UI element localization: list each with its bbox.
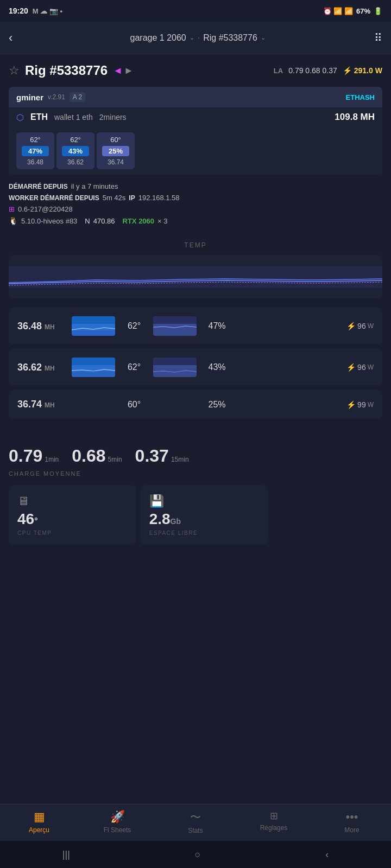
- nav-stats[interactable]: 〜 Stats: [168, 810, 223, 834]
- lightning-icon: ⚡: [343, 66, 352, 75]
- nav-reglages[interactable]: ⊞ Réglages: [247, 810, 301, 834]
- algo-a-label: A 2: [70, 92, 85, 102]
- gpu0-detail-fan: 47%: [202, 321, 232, 331]
- load-1min-val: 0.79: [9, 446, 42, 466]
- gpu-detail-row-1[interactable]: 36.62 MH 62° 43% ⚡ 96 W: [9, 349, 382, 386]
- info-section: DÉMARRÉ DEPUIS il y a 7 minutes WORKER D…: [9, 182, 382, 225]
- cpu-icon: 🖥: [17, 494, 128, 508]
- gpu1-fan-svg: [153, 358, 197, 377]
- svg-rect-4: [153, 316, 197, 336]
- worker-label: WORKER DÉMARRÉ DEPUIS: [9, 194, 99, 202]
- temp-section: TEMP 36.48 MH: [9, 241, 382, 419]
- gpu0-hash: 36.48: [22, 158, 49, 166]
- arrow-buttons: ◄ ►: [113, 65, 134, 76]
- miner-card: gminer v.2.91 A 2 ETHASH ⬡ ETH wallet 1 …: [9, 87, 382, 175]
- nav-apercu[interactable]: ▦ Aperçu: [12, 810, 66, 834]
- hashrate-total: 109.8 MH: [335, 112, 375, 123]
- gpu0-fan: 47%: [22, 146, 49, 156]
- load-15min-val: 0.37: [135, 446, 169, 466]
- svg-rect-3: [72, 330, 115, 336]
- load-1min: 0.79 1min: [9, 446, 59, 466]
- gpu-detail-row-0[interactable]: 36.48 MH 62° 47% ⚡ 96 W: [9, 308, 382, 344]
- load-section: 0.79 1min 0.68 5min 0.37 15min CHARGE MO…: [9, 435, 382, 550]
- miner-header: gminer v.2.91 A 2 ETHASH: [9, 87, 382, 107]
- reglages-icon: ⊞: [270, 810, 278, 822]
- n-label: N: [85, 217, 90, 225]
- android-nav: ||| ○ ‹: [0, 841, 391, 868]
- power-unit: W: [375, 66, 382, 75]
- more-label: More: [344, 826, 359, 834]
- free-space-card: 💾 2.8Gb ESPACE LIBRE: [141, 486, 268, 545]
- svg-rect-6: [72, 371, 115, 377]
- temp-chart-svg: [9, 256, 382, 299]
- rig-stats: LA 0.79 0.68 0.37 ⚡ 291.0 W: [274, 66, 382, 75]
- grid-menu-icon[interactable]: ⠿: [374, 31, 382, 44]
- gpu-grid: 62° 47% 36.48 62° 43% 36.62 60° 25% 36.7…: [9, 127, 382, 175]
- started-label: DÉMARRÉ DEPUIS: [9, 183, 68, 190]
- cpu-temp-card: 🖥 46° CPU TEMP: [9, 486, 136, 545]
- started-value: il y a 7 minutes: [71, 182, 118, 190]
- nav-flsheets[interactable]: 🚀 Fl Sheets: [90, 810, 144, 834]
- svg-rect-1: [9, 266, 382, 288]
- ip-value: 192.168.1.58: [138, 194, 180, 202]
- wallet-info: wallet 1 eth: [54, 113, 93, 122]
- flsheets-icon: 🚀: [110, 810, 125, 824]
- cpu-temp-value: 46°: [17, 510, 128, 528]
- gpu-cell-0[interactable]: 62° 47% 36.48: [16, 132, 54, 169]
- status-right: ⏰ 📶 📶 67% 🔋: [323, 7, 382, 15]
- back-android-button[interactable]: ‹: [325, 849, 329, 860]
- temp-chart: [9, 256, 382, 299]
- back-button[interactable]: ‹: [9, 31, 12, 45]
- status-time: 19:20 M ☁ 📷 •: [9, 7, 62, 15]
- gpu-detail-row-2[interactable]: 36.74 MH 60° 25% ⚡ 99 W: [9, 390, 382, 419]
- more-icon: •••: [345, 810, 358, 824]
- gpu0-chart-svg: [72, 316, 115, 336]
- lightning2-icon: ⚡: [346, 400, 356, 409]
- power-value: 291.0: [354, 66, 373, 75]
- miner-name: gminer: [16, 93, 43, 102]
- gpu-type-badge: RTX 2060: [123, 217, 155, 225]
- eth-icon: ⬡: [16, 112, 24, 123]
- load-5min: 0.68 5min: [72, 446, 122, 466]
- gpu-cell-1[interactable]: 62° 43% 36.62: [56, 132, 94, 169]
- reglages-label: Réglages: [260, 824, 288, 832]
- gpu1-fan: 43%: [62, 146, 89, 156]
- recents-button[interactable]: |||: [62, 849, 70, 860]
- gpu0-detail-temp: 62°: [121, 321, 148, 331]
- started-row: DÉMARRÉ DEPUIS il y a 7 minutes: [9, 182, 382, 190]
- svg-rect-5: [72, 358, 115, 377]
- free-space-label: ESPACE LIBRE: [149, 530, 260, 536]
- bottom-nav: ▦ Aperçu 🚀 Fl Sheets 〜 Stats ⊞ Réglages …: [0, 804, 391, 841]
- home-button[interactable]: ○: [195, 849, 201, 860]
- lightning1-icon: ⚡: [346, 363, 356, 372]
- linux-version: 5.10.0-hiveos #83: [21, 217, 77, 225]
- stats-icon: 〜: [190, 810, 201, 825]
- version-str: 0.6-217@220428: [18, 205, 73, 213]
- arrow-right-icon[interactable]: ►: [124, 65, 134, 76]
- nav-more[interactable]: ••• More: [325, 810, 379, 834]
- temp-section-label: TEMP: [9, 241, 382, 249]
- apercu-icon: ▦: [34, 810, 45, 824]
- gpu2-detail-power: ⚡ 99 W: [346, 400, 374, 409]
- storage-icon: 💾: [149, 494, 260, 508]
- load-15min: 0.37 15min: [135, 446, 189, 466]
- gpu2-temp: 60°: [102, 136, 129, 144]
- favorite-icon[interactable]: ☆: [9, 63, 20, 78]
- gpu0-fan-chart: [153, 316, 197, 336]
- system-cards: 🖥 46° CPU TEMP 💾 2.8Gb ESPACE LIBRE: [9, 486, 382, 545]
- gpu2-detail-temp: 60°: [121, 400, 148, 410]
- chevron-group-icon: ⌄: [190, 34, 194, 41]
- rig-name: Rig #5338776: [25, 63, 108, 78]
- gpu0-temp: 62°: [22, 136, 49, 144]
- version-icon: ⊞: [9, 205, 15, 213]
- gpu1-fan-chart: [153, 358, 197, 377]
- gpu1-mini-chart: [72, 358, 115, 377]
- gpu2-detail-hash: 36.74 MH: [17, 399, 66, 410]
- load-values: 0.79 1min 0.68 5min 0.37 15min: [9, 446, 382, 466]
- coin-name: ETH: [30, 112, 48, 122]
- gpu1-chart-svg: [72, 358, 115, 377]
- apercu-label: Aperçu: [29, 826, 49, 834]
- arrow-left-icon[interactable]: ◄: [113, 65, 123, 76]
- version-row: ⊞ 0.6-217@220428: [9, 205, 382, 213]
- gpu-cell-2[interactable]: 60° 25% 36.74: [97, 132, 135, 169]
